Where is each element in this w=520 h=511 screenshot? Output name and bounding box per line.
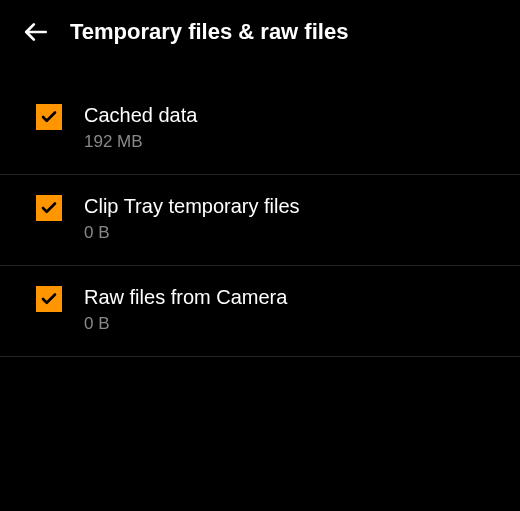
item-size: 192 MB: [84, 132, 484, 152]
file-list: Cached data 192 MB Clip Tray temporary f…: [0, 64, 520, 357]
list-item[interactable]: Clip Tray temporary files 0 B: [0, 175, 520, 266]
checkbox-clip-tray[interactable]: [36, 195, 62, 221]
item-label: Clip Tray temporary files: [84, 193, 484, 219]
checkbox-cached-data[interactable]: [36, 104, 62, 130]
item-text: Cached data 192 MB: [84, 102, 484, 152]
item-text: Clip Tray temporary files 0 B: [84, 193, 484, 243]
header: Temporary files & raw files: [0, 0, 520, 64]
page-title: Temporary files & raw files: [70, 19, 348, 45]
item-text: Raw files from Camera 0 B: [84, 284, 484, 334]
item-size: 0 B: [84, 223, 484, 243]
list-item[interactable]: Raw files from Camera 0 B: [0, 266, 520, 357]
checkbox-raw-files[interactable]: [36, 286, 62, 312]
checkmark-icon: [40, 199, 58, 217]
item-label: Raw files from Camera: [84, 284, 484, 310]
item-label: Cached data: [84, 102, 484, 128]
list-item[interactable]: Cached data 192 MB: [0, 84, 520, 175]
checkmark-icon: [40, 290, 58, 308]
item-size: 0 B: [84, 314, 484, 334]
checkmark-icon: [40, 108, 58, 126]
back-arrow-icon[interactable]: [22, 18, 50, 46]
